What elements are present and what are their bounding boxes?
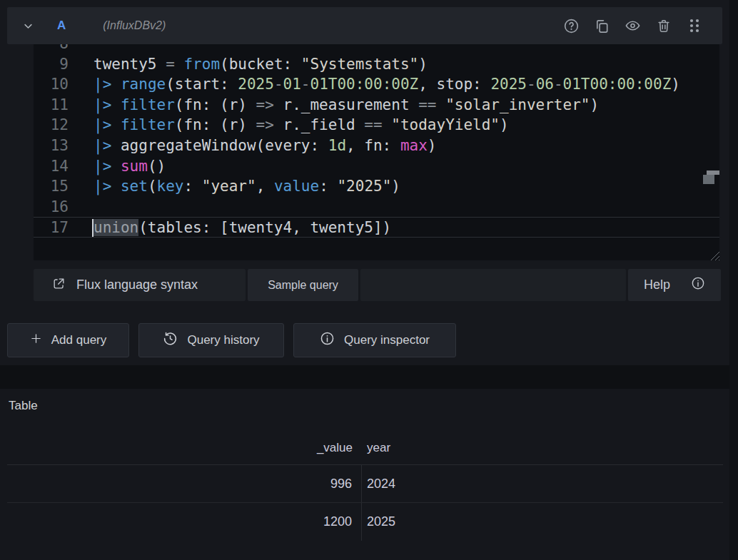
- flux-language-syntax-link[interactable]: Flux language syntax: [34, 269, 246, 301]
- flux-code-editor[interactable]: 89twenty5 = from(bucket: "Systemstats")1…: [34, 44, 719, 260]
- table-cell: 996: [7, 465, 362, 502]
- table-cell: 1200: [7, 503, 362, 541]
- panel-title[interactable]: Table: [9, 399, 38, 413]
- scrollbar-thumb[interactable]: [703, 175, 714, 184]
- table-body: 996202412002025: [7, 465, 723, 541]
- query-ref-id[interactable]: A: [57, 19, 66, 33]
- table-panel: Table _value year 996202412002025: [0, 389, 729, 560]
- plus-icon: [30, 332, 42, 348]
- code-line-12: 12|> filter(fn: (r) => r._field == "toda…: [34, 115, 719, 136]
- code-line-16: 16: [34, 197, 719, 218]
- code-line-14: 14|> sum(): [34, 156, 719, 177]
- datasource-label: (InfluxDBv2): [103, 19, 166, 32]
- page-scroll-gutter[interactable]: [729, 0, 738, 560]
- query-inspector-button[interactable]: Query inspector: [293, 323, 456, 357]
- query-header-actions: [563, 18, 702, 34]
- table-cell: 2025: [362, 503, 723, 541]
- drag-grip-icon[interactable]: [686, 18, 702, 34]
- sample-query-label: Sample query: [268, 279, 338, 292]
- history-icon: [163, 331, 178, 350]
- section-divider: [0, 365, 738, 389]
- editor-resize-grip[interactable]: [709, 250, 719, 260]
- query-history-label: Query history: [187, 333, 259, 347]
- code-line-13: 13|> aggregateWindow(every: 1d, fn: max): [34, 136, 719, 156]
- info-circle-icon: [320, 331, 335, 350]
- add-query-label: Add query: [51, 333, 107, 347]
- query-inspector-label: Query inspector: [344, 333, 430, 347]
- code-line-11: 11|> filter(fn: (r) => r._measurement ==…: [34, 95, 719, 116]
- query-history-button[interactable]: Query history: [138, 323, 284, 357]
- footer-spacer: [360, 269, 626, 301]
- code-line-17: 17union(tables: [twenty4, twenty5]): [34, 217, 719, 238]
- chevron-down-icon[interactable]: [19, 16, 37, 35]
- copy-icon[interactable]: [594, 18, 610, 34]
- code-line-15: 15|> set(key: "year", value: "2025"): [34, 176, 719, 197]
- trash-icon[interactable]: [655, 18, 672, 34]
- help-label: Help: [644, 278, 670, 292]
- table-header-row: _value year: [7, 431, 723, 465]
- results-table: _value year 996202412002025: [7, 431, 723, 541]
- code-line-8: 8: [34, 44, 719, 54]
- table-row: 12002025: [7, 503, 723, 541]
- sample-query-button[interactable]: Sample query: [248, 269, 358, 301]
- text-cursor: [92, 219, 93, 237]
- help-button[interactable]: Help: [628, 269, 721, 301]
- code-line-9: 9twenty5 = from(bucket: "Systemstats"): [34, 54, 719, 75]
- external-link-icon: [52, 277, 66, 294]
- column-header-value[interactable]: _value: [7, 431, 362, 464]
- info-circle-icon: [691, 276, 705, 294]
- flux-syntax-label: Flux language syntax: [76, 278, 198, 292]
- query-row-header: A (InfluxDBv2): [7, 7, 722, 44]
- code-line-10: 10|> range(start: 2025-01-01T00:00:00Z, …: [34, 74, 719, 95]
- column-header-year[interactable]: year: [362, 431, 723, 464]
- table-row: 9962024: [7, 465, 723, 503]
- help-circle-icon[interactable]: [563, 18, 580, 34]
- table-cell: 2024: [362, 465, 723, 502]
- code-lines: 89twenty5 = from(bucket: "Systemstats")1…: [34, 44, 719, 238]
- eye-icon[interactable]: [625, 18, 641, 34]
- add-query-button[interactable]: Add query: [7, 323, 129, 357]
